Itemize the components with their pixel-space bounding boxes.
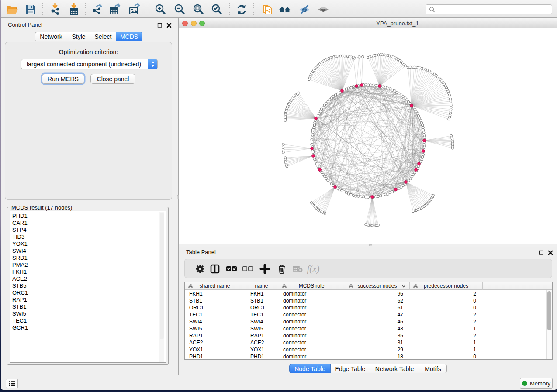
export-image-icon[interactable] bbox=[128, 3, 141, 16]
mcds-tab-panel: Optimization criterion: largest connecte… bbox=[5, 42, 172, 200]
mcds-result-title: MCDS result (17 nodes) bbox=[10, 204, 73, 211]
mcds-result-item[interactable]: PHD1 bbox=[12, 213, 28, 220]
table-cell: dominator bbox=[278, 354, 345, 360]
zoom-fit-icon[interactable] bbox=[192, 3, 205, 16]
tab-node-table[interactable]: Node Table bbox=[289, 364, 331, 373]
tab-style[interactable]: Style bbox=[67, 32, 90, 41]
close-panel-icon[interactable] bbox=[166, 22, 172, 30]
table-cell: TEC1 bbox=[185, 312, 245, 318]
table-cell: 35 bbox=[345, 333, 410, 339]
mcds-result-item[interactable]: GCR1 bbox=[12, 324, 28, 331]
search-box[interactable] bbox=[426, 4, 552, 14]
mcds-result-item[interactable]: CAR1 bbox=[12, 220, 28, 227]
column-header-shared-name[interactable]: shared name bbox=[185, 282, 245, 290]
column-header-MCDS-role[interactable]: MCDS role bbox=[278, 282, 345, 290]
mcds-result-list[interactable]: PHD1CAR1STP4TID3YOX1SWI4SRD1PMA2FKH1ACE2… bbox=[10, 211, 166, 363]
column-header-predecessor-nodes[interactable]: predecessor nodes bbox=[410, 282, 483, 290]
mcds-result-item[interactable]: SWI4 bbox=[12, 248, 28, 254]
table-cell: ORC1 bbox=[185, 305, 245, 311]
table-cell: FKH1 bbox=[245, 291, 278, 297]
table-row[interactable]: SWI4SWI4dominator462 bbox=[185, 318, 552, 325]
toolbar-separator bbox=[229, 3, 230, 15]
mcds-result-item[interactable]: FKH1 bbox=[12, 268, 28, 275]
hide-eye-icon[interactable] bbox=[298, 3, 311, 16]
network-window-titlebar[interactable]: YPA_prune.txt_1 bbox=[179, 18, 557, 28]
gear-icon[interactable] bbox=[194, 262, 207, 275]
mcds-result-item[interactable]: ORC1 bbox=[12, 289, 28, 296]
task-history-button[interactable] bbox=[6, 379, 18, 388]
table-cell: 0 bbox=[410, 298, 483, 304]
mcds-result-item[interactable]: YOX1 bbox=[12, 241, 28, 248]
plus-icon[interactable] bbox=[258, 262, 271, 275]
table-row[interactable]: STB1STB1dominator620 bbox=[185, 297, 552, 304]
tab-edge-table[interactable]: Edge Table bbox=[331, 364, 370, 373]
save-icon[interactable] bbox=[24, 3, 37, 16]
float-panel-icon[interactable] bbox=[539, 249, 544, 257]
table-cell: 47 bbox=[345, 312, 410, 318]
maximize-window-button[interactable] bbox=[199, 21, 205, 26]
close-panel-button[interactable]: Close panel bbox=[90, 74, 135, 84]
status-bar: Memory bbox=[1, 375, 557, 390]
table-row[interactable]: YOX1YOX1connector291 bbox=[185, 346, 552, 353]
tab-select[interactable]: Select bbox=[90, 32, 116, 41]
column-header-successor-nodes[interactable]: successor nodes bbox=[345, 282, 410, 290]
refresh-icon[interactable] bbox=[235, 3, 248, 16]
table-cell: 1 bbox=[410, 326, 483, 332]
mcds-result-item[interactable]: TEC1 bbox=[12, 317, 28, 324]
optimization-criterion-select[interactable]: largest connected component (undirected) bbox=[21, 59, 158, 69]
table-scrollbar[interactable] bbox=[546, 290, 552, 359]
mcds-result-item[interactable]: STB5 bbox=[12, 282, 28, 289]
function-icon: f(x) bbox=[307, 262, 320, 275]
float-panel-icon[interactable] bbox=[157, 22, 163, 30]
share-document-icon[interactable] bbox=[261, 3, 274, 16]
node-table-body: FKH1FKH1dominator962STB1STB1dominator620… bbox=[185, 290, 552, 360]
show-eye-icon[interactable] bbox=[317, 3, 330, 16]
homes-icon[interactable] bbox=[278, 3, 291, 16]
table-row[interactable]: ACE2ACE2connector311 bbox=[185, 339, 552, 346]
table-row[interactable]: FKH1FKH1dominator962 bbox=[185, 290, 552, 297]
column-header-name[interactable]: name bbox=[245, 282, 278, 290]
tab-mcds[interactable]: MCDS bbox=[116, 32, 142, 41]
zoom-selected-icon[interactable] bbox=[210, 3, 223, 16]
table-row[interactable]: PHD1PHD1dominator180 bbox=[185, 353, 552, 360]
open-folder-icon[interactable] bbox=[5, 3, 18, 16]
search-input[interactable] bbox=[436, 5, 552, 14]
zoom-out-icon[interactable] bbox=[173, 3, 186, 16]
trash-icon[interactable] bbox=[275, 262, 288, 275]
tree-icon bbox=[281, 283, 287, 289]
tab-network-table[interactable]: Network Table bbox=[370, 364, 419, 373]
tab-network[interactable]: Network bbox=[35, 32, 67, 41]
mcds-result-item[interactable]: STP4 bbox=[12, 227, 28, 234]
tab-motifs[interactable]: Motifs bbox=[419, 364, 447, 373]
table-cell: dominator bbox=[278, 333, 345, 339]
result-list-scrollbar[interactable] bbox=[159, 212, 164, 362]
network-canvas[interactable] bbox=[179, 28, 557, 244]
close-panel-icon[interactable] bbox=[548, 249, 553, 257]
splitter-grip[interactable] bbox=[369, 244, 372, 246]
import-network-icon[interactable] bbox=[48, 3, 62, 16]
minimize-window-button[interactable] bbox=[191, 21, 197, 26]
mcds-result-item[interactable]: PMA2 bbox=[12, 261, 28, 268]
export-network-icon[interactable] bbox=[90, 3, 104, 16]
checked-boxes-icon[interactable] bbox=[225, 262, 238, 275]
zoom-in-icon[interactable] bbox=[154, 3, 167, 16]
unchecked-boxes-icon[interactable] bbox=[241, 262, 254, 275]
table-cell: YOX1 bbox=[185, 347, 245, 353]
mcds-result-item[interactable]: RAP1 bbox=[12, 296, 28, 303]
table-row[interactable]: ORC1ORC1dominator610 bbox=[185, 304, 552, 311]
mcds-result-item[interactable]: SWI5 bbox=[12, 310, 28, 317]
columns-icon[interactable] bbox=[208, 262, 221, 275]
close-window-button[interactable] bbox=[182, 21, 188, 26]
import-table-icon[interactable] bbox=[67, 3, 80, 16]
scrollbar-thumb[interactable] bbox=[547, 291, 551, 330]
mcds-result-item[interactable]: SRD1 bbox=[12, 254, 28, 261]
mcds-result-item[interactable]: TID3 bbox=[12, 234, 28, 241]
table-row[interactable]: TEC1TEC1connector472 bbox=[185, 311, 552, 318]
run-mcds-button[interactable]: Run MCDS bbox=[42, 74, 84, 84]
mcds-result-item[interactable]: STB1 bbox=[12, 303, 28, 310]
mcds-result-item[interactable]: ACE2 bbox=[12, 275, 28, 282]
memory-button[interactable]: Memory bbox=[520, 378, 553, 389]
table-row[interactable]: RAP1RAP1dominator352 bbox=[185, 332, 552, 339]
export-table-icon[interactable] bbox=[108, 3, 121, 16]
table-row[interactable]: SWI5SWI5connector431 bbox=[185, 325, 552, 332]
